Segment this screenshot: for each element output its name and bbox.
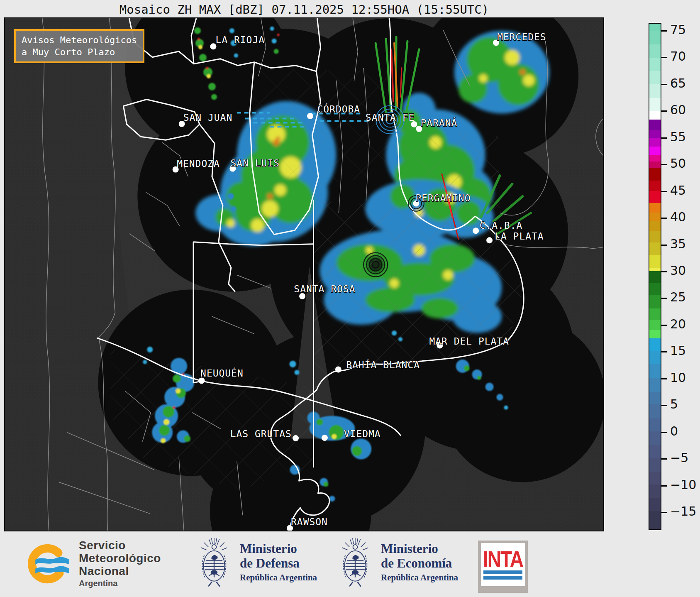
colorbar-segment	[649, 330, 661, 339]
economia-sub: República Argentina	[381, 572, 458, 583]
colorbar-tick-mark	[661, 351, 667, 352]
colorbar-tick-mark	[661, 512, 667, 513]
city-marker	[293, 435, 299, 441]
city-label: NEUQUÉN	[200, 367, 244, 379]
smn-logo-icon	[24, 539, 73, 588]
colorbar-tick-mark	[661, 378, 667, 379]
economia-logo-block: Ministerio de Economía República Argenti…	[336, 536, 458, 589]
city-label: BAHÍA BLANCA	[346, 359, 420, 370]
colorbar-segment	[649, 161, 661, 168]
colorbar-segment	[649, 338, 661, 351]
colorbar-tick-label: −15	[670, 504, 696, 519]
smn-name-line1: Servicio	[79, 539, 161, 552]
city-label: MENDOZA	[177, 158, 220, 169]
inta-logo-inner: INTA	[481, 543, 525, 586]
inta-logo: INTA	[478, 541, 528, 593]
city-marker	[486, 237, 493, 243]
colorbar-segment	[649, 155, 661, 161]
colorbar-tick-mark	[661, 30, 667, 32]
radar-map-svg: MERCEDESLA RIOJASAN JUANCÓRDOBASANTA FEP…	[5, 18, 603, 531]
colorbar-segment	[649, 147, 661, 155]
defensa-sub: República Argentina	[240, 572, 317, 583]
colorbar-tick-label: 50	[670, 156, 686, 171]
colorbar-segment	[649, 130, 661, 138]
colorbar-bar	[649, 23, 661, 530]
colorbar-tick-mark	[661, 137, 667, 139]
colorbar-tick-mark	[661, 191, 667, 192]
economia-crest-icon	[336, 536, 374, 589]
defensa-name-line1: Ministerio	[240, 541, 317, 556]
colorbar-segment	[649, 111, 661, 120]
colorbar-tick-label: 55	[670, 130, 686, 144]
city-label: SANTA FE	[366, 112, 415, 123]
colorbar-segment	[649, 484, 661, 498]
colorbar-tick-mark	[661, 298, 667, 299]
city-label: C.A.B.A	[480, 220, 523, 231]
colorbar-segment	[649, 221, 661, 230]
colorbar-tick-mark	[661, 325, 667, 326]
city-label: LAS GRUTAS	[230, 428, 292, 439]
smn-country: Argentina	[79, 578, 161, 588]
smn-logo-block: Servicio Meteorológico Nacional Argentin…	[24, 539, 161, 588]
colorbar-tick-mark	[661, 84, 667, 85]
alert-banner-line1: Avisos Meteorológicos	[22, 34, 137, 46]
colorbar-segment	[649, 351, 661, 364]
colorbar-segment	[649, 404, 661, 418]
colorbar-segment	[649, 120, 661, 130]
colorbar-tick-mark	[661, 57, 667, 58]
economia-name-line1: Ministerio	[381, 541, 458, 556]
inta-bar-bottom	[483, 576, 522, 580]
alert-banner[interactable]: Avisos Meteorológicos a Muy Corto Plazo	[14, 29, 144, 63]
colorbar-segment	[649, 378, 661, 391]
colorbar-segment	[649, 271, 661, 283]
colorbar-tick-mark	[661, 405, 667, 406]
colorbar-tick-label: 30	[670, 263, 686, 278]
page-title: Mosaico ZH MAX [dBZ] 07.11.2025 12:55HOA…	[4, 2, 604, 17]
colorbar-tick-label: 25	[670, 290, 686, 304]
colorbar-tick-mark	[661, 218, 667, 219]
colorbar-tick-label: 0	[670, 424, 678, 438]
city-label: CÓRDOBA	[317, 103, 360, 115]
colorbar-tick-mark	[661, 164, 667, 165]
colorbar-segment	[649, 308, 661, 320]
city-label: MERCEDES	[497, 32, 546, 42]
city-marker	[322, 435, 328, 441]
colorbar-tick-label: 60	[670, 103, 686, 117]
radar-map: MERCEDESLA RIOJASAN JUANCÓRDOBASANTA FEP…	[4, 17, 604, 531]
city-label: SANTA ROSA	[294, 284, 355, 294]
colorbar-segment	[649, 71, 661, 84]
colorbar-segment	[649, 472, 661, 484]
colorbar-tick-mark	[661, 485, 667, 487]
colorbar-segment	[649, 255, 661, 268]
radar-mosaic-page: Mosaico ZH MAX [dBZ] 07.11.2025 12:55HOA…	[0, 0, 700, 597]
colorbar-tick-label: 40	[670, 210, 686, 224]
colorbar-tick-label: 75	[670, 22, 686, 37]
colorbar-tick-mark	[661, 432, 667, 433]
colorbar-segment	[649, 320, 661, 330]
alert-banner-line2: a Muy Corto Plazo	[22, 46, 137, 58]
city-label: PERGAMINO	[415, 193, 471, 203]
colorbar-segment	[649, 231, 661, 242]
colorbar-tick-label: 5	[670, 397, 678, 411]
city-label: PARANÁ	[420, 117, 457, 128]
colorbar-segment	[649, 191, 661, 203]
colorbar-segment	[649, 44, 661, 58]
city-label: LA PLATA	[495, 231, 544, 242]
colorbar-segment	[649, 392, 661, 405]
colorbar-tick-label: −10	[670, 477, 696, 492]
colorbar-tick-mark	[661, 458, 667, 460]
colorbar-segment	[649, 181, 661, 191]
colorbar-segment	[649, 364, 661, 378]
colorbar-segment	[649, 58, 661, 71]
colorbar-tick-label: 45	[670, 183, 686, 198]
colorbar-segment	[649, 138, 661, 147]
colorbar-tick-label: 70	[670, 49, 686, 64]
colorbar-segment	[649, 418, 661, 431]
colorbar-segment	[649, 445, 661, 458]
colorbar-tick-mark	[661, 271, 667, 272]
city-label: RAWSON	[291, 516, 328, 527]
defensa-name-line2: de Defensa	[240, 556, 317, 570]
city-marker	[307, 113, 313, 119]
colorbar-segment	[649, 431, 661, 445]
colorbar-segment	[649, 498, 661, 511]
